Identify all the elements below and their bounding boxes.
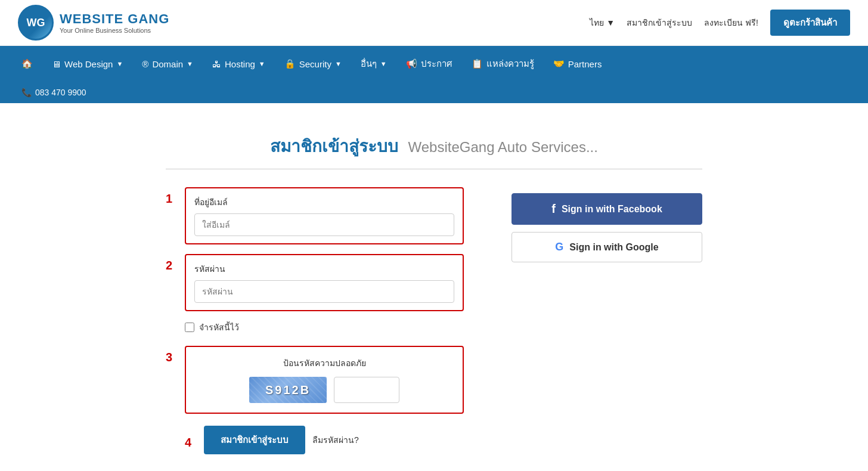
nav-label-knowledge: แหล่งความรู้ [486,57,534,71]
password-field-box: รหัสผ่าน [185,254,464,311]
nav-label-hosting: Hosting [225,59,255,69]
chevron-down-icon: ▼ [259,60,265,67]
nav-label-domain: Domain [152,59,183,69]
domain-icon: ® [142,59,148,69]
step-4-number: 4 [185,431,197,450]
chevron-down-icon: ▼ [335,60,342,67]
remember-row: จำรหัสนี้ไว้ [185,321,464,334]
forgot-password-link[interactable]: ลืมรหัสผ่าน? [312,433,359,447]
email-label: ที่อยู่อีเมล์ [194,196,454,209]
facebook-icon: f [551,202,556,216]
submit-button[interactable]: สมาชิกเข้าสู่ระบบ [204,426,305,454]
page-title-thai: สมาชิกเข้าสู่ระบบ [270,137,398,156]
logo-icon: WG [18,5,54,41]
password-step-row: 2 รหัสผ่าน [166,254,464,311]
nav-bar: 🏠 🖥 Web Design ▼ ® Domain ▼ 🖧 Hosting ▼ … [0,46,868,103]
nav-phone: 📞 083 470 9900 [12,82,856,103]
nav-label-partners: Partners [568,59,602,69]
step-1-number: 1 [166,187,178,206]
security-icon: 🔒 [284,58,296,69]
remember-checkbox[interactable] [185,323,194,332]
captcha-row: S912B [194,377,454,403]
captcha-box: ป้อนรหัสความปลอดภัย S912B [185,346,464,414]
nav-hosting[interactable]: 🖧 Hosting ▼ [203,48,275,80]
nav-security[interactable]: 🔒 Security ▼ [275,48,351,80]
facebook-signin-button[interactable]: f Sign in with Facebook [512,193,702,225]
remember-label: จำรหัสนี้ไว้ [199,321,239,334]
email-input[interactable] [194,213,454,236]
knowledge-icon: 📋 [472,58,483,69]
captcha-title: ป้อนรหัสความปลอดภัย [194,357,454,370]
step-3-number: 3 [166,346,178,364]
nav-label-announce: ประกาศ [421,57,452,71]
chevron-down-icon: ▼ [187,60,193,67]
logo-title: WEBSITE GANG [60,11,169,27]
password-input[interactable] [194,280,454,303]
nav-domain[interactable]: ® Domain ▼ [132,48,203,80]
email-step-row: 1 ที่อยู่อีเมล์ [166,187,464,244]
phone-icon: 📞 [21,88,32,97]
phone-number: 083 470 9900 [35,88,86,97]
nav-partners[interactable]: 🤝 Partners [544,48,612,80]
nav-announce[interactable]: 📢 ประกาศ [396,46,462,82]
captcha-step: 3 ป้อนรหัสความปลอดภัย S912B [166,346,464,414]
logo-area: WG WEBSITE GANG Your Online Business Sol… [18,5,169,41]
login-form: 1 ที่อยู่อีเมล์ 2 รหัสผ่าน จำรหัสนี้ไว้ [166,187,464,454]
register-link[interactable]: ลงทะเบียน ฟรี! [704,16,758,29]
announce-icon: 📢 [406,58,417,69]
captcha-code: S912B [265,383,311,397]
submit-row: 4 สมาชิกเข้าสู่ระบบ ลืมรหัสผ่าน? [185,426,464,454]
password-label: รหัสผ่าน [194,262,454,275]
google-signin-button[interactable]: G Sign in with Google [512,232,702,262]
nav-knowledge[interactable]: 📋 แหล่งความรู้ [462,46,544,82]
nav-label-other: อื่นๆ [361,57,377,71]
home-icon: 🏠 [21,58,33,69]
step-2-number: 2 [166,254,178,272]
top-bar: WG WEBSITE GANG Your Online Business Sol… [0,0,868,46]
nav-home[interactable]: 🏠 [12,48,42,80]
email-field-box: ที่อยู่อีเมล์ [185,187,464,244]
hosting-icon: 🖧 [212,59,221,69]
page-title-en: WebsiteGang Auto Services... [408,139,598,155]
partners-icon: 🤝 [553,58,565,69]
web-design-icon: 🖥 [52,59,61,69]
chevron-down-icon: ▼ [380,60,387,67]
logo-text: WEBSITE GANG Your Online Business Soluti… [60,11,169,34]
nav-label-web-design: Web Design [64,59,113,69]
language-selector[interactable]: ไทย ▼ [590,16,615,29]
login-container: 1 ที่อยู่อีเมล์ 2 รหัสผ่าน จำรหัสนี้ไว้ [166,187,702,454]
logo-sub: Your Online Business Solutions [60,27,169,34]
page-title-area: สมาชิกเข้าสู่ระบบ WebsiteGang Auto Servi… [166,133,702,169]
google-icon: G [555,241,563,253]
main-content: สมาชิกเข้าสู่ระบบ WebsiteGang Auto Servi… [0,103,868,471]
captcha-input[interactable] [334,377,399,403]
nav-other[interactable]: อื่นๆ ▼ [351,46,396,82]
top-right: ไทย ▼ สมาชิกเข้าสู่ระบบ ลงทะเบียน ฟรี! ด… [590,10,850,36]
nav-web-design[interactable]: 🖥 Web Design ▼ [42,48,132,80]
captcha-image: S912B [249,377,327,403]
nav-label-security: Security [299,59,331,69]
signin-link[interactable]: สมาชิกเข้าสู่ระบบ [627,16,692,29]
cart-button[interactable]: ดูตะกร้าสินค้า [770,10,850,36]
chevron-down-icon: ▼ [606,18,615,27]
chevron-down-icon: ▼ [116,60,123,67]
social-login: f Sign in with Facebook G Sign in with G… [512,187,702,262]
